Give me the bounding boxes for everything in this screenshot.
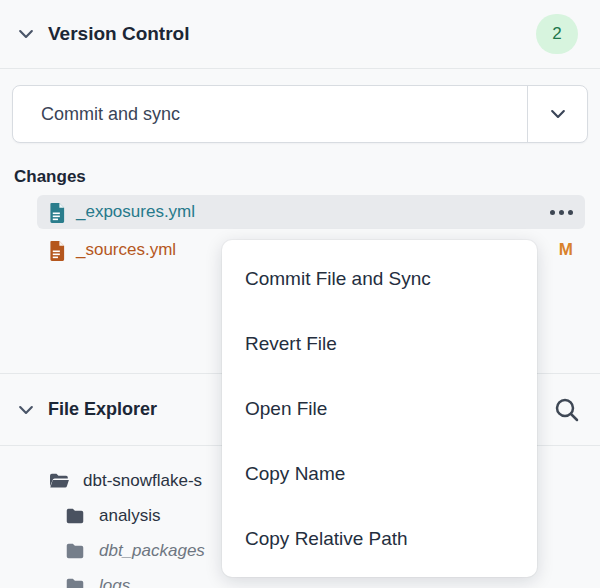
folder-icon [64,540,86,562]
yml-file-icon [49,202,66,223]
menu-item-commit-file-and-sync[interactable]: Commit File and Sync [222,246,537,311]
change-file-name: _exposures.yml [76,202,195,222]
tree-item-label: analysis [99,506,160,526]
sidebar-panel: Version Control 2 Commit and sync Change… [0,0,600,588]
menu-item-copy-relative-path[interactable]: Copy Relative Path [222,506,537,571]
commit-action-caret-button[interactable] [527,86,587,142]
divider [0,68,600,69]
change-row-exposures[interactable]: _exposures.yml [37,195,585,229]
version-control-header[interactable]: Version Control 2 [0,0,600,68]
tree-item-label: dbt_packages [99,541,205,561]
search-button[interactable] [552,395,582,425]
yml-file-icon [49,240,66,261]
chevron-down-icon[interactable] [16,400,36,420]
search-icon [553,396,581,424]
commit-action-label[interactable]: Commit and sync [13,86,527,142]
folder-icon [64,575,86,588]
change-file-name: _sources.yml [76,240,176,260]
folder-open-icon [48,470,70,492]
commit-action-dropdown[interactable]: Commit and sync [12,85,588,143]
tree-item-label: dbt-snowflake-s [83,471,202,491]
modified-status-badge: M [559,240,573,260]
menu-item-copy-name[interactable]: Copy Name [222,441,537,506]
version-control-title: Version Control [48,23,189,45]
row-actions-ellipsis-button[interactable] [550,206,573,219]
changes-section-label: Changes [14,167,600,187]
chevron-down-icon[interactable] [16,24,36,44]
chevron-down-icon [548,104,568,124]
folder-icon [64,505,86,527]
file-explorer-title: File Explorer [48,399,157,420]
changes-count-badge: 2 [536,14,578,54]
menu-item-revert-file[interactable]: Revert File [222,311,537,376]
file-context-menu: Commit File and Sync Revert File Open Fi… [222,240,537,577]
menu-item-open-file[interactable]: Open File [222,376,537,441]
tree-item-label: logs [99,576,130,588]
